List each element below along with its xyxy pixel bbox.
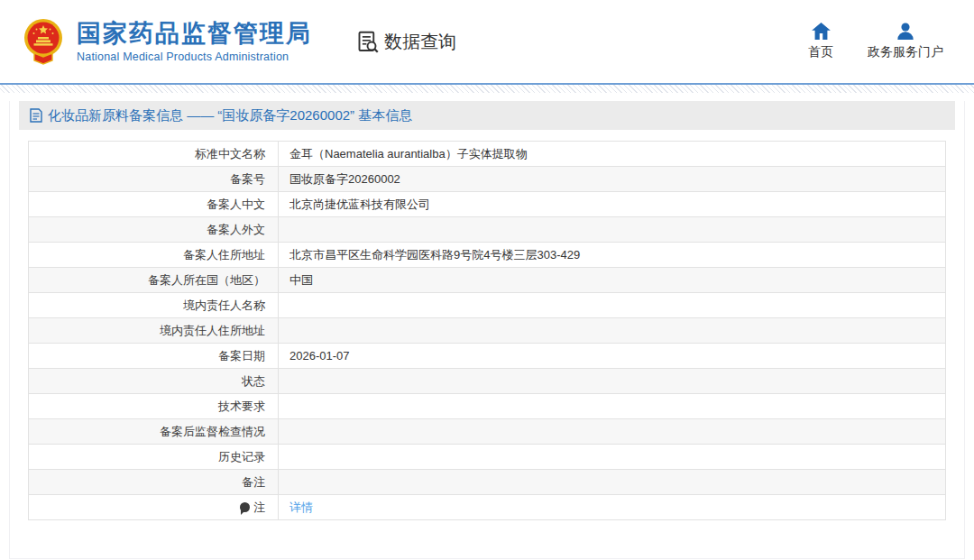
row-value: [279, 293, 946, 318]
row-label: 备注: [29, 470, 279, 495]
row-value: [279, 419, 946, 445]
row-label: 境内责任人名称: [29, 293, 279, 318]
row-label: 备案人中文: [29, 192, 279, 217]
table-row: 备案日期2026-01-07: [29, 344, 946, 369]
table-row: 技术要求: [29, 394, 946, 419]
table-row: 备案人住所地址北京市昌平区生命科学园医科路9号院4号楼三层303-429: [29, 243, 946, 268]
brand-block: 国家药品监督管理局 National Medical Products Admi…: [77, 20, 312, 63]
row-value: [279, 217, 946, 243]
info-table-body: 标准中文名称金耳（Naematelia aurantialba）子实体提取物备案…: [29, 142, 946, 520]
row-label: 备案日期: [29, 344, 279, 369]
table-row: 备案人中文北京尚捷优蓝科技有限公司: [29, 192, 946, 217]
nav-home-label: 首页: [808, 44, 833, 60]
row-label: 备案人住所地址: [29, 243, 279, 268]
note-balloon-icon: [240, 502, 250, 512]
row-label: 境内责任人住所地址: [29, 318, 279, 344]
row-value: [279, 445, 946, 470]
table-row: 状态: [29, 369, 946, 394]
row-value: 国妆原备字20260002: [279, 167, 946, 192]
nav-home[interactable]: 首页: [808, 23, 833, 60]
table-row: 备案号国妆原备字20260002: [29, 167, 946, 192]
data-query-icon: [355, 30, 380, 54]
page-title: 化妆品新原料备案信息 —— “国妆原备字20260002” 基本信息: [48, 107, 412, 124]
document-icon: [30, 108, 42, 123]
content-panel: 化妆品新原料备案信息 —— “国妆原备字20260002” 基本信息 标准中文名…: [9, 101, 965, 559]
row-label: 注: [29, 495, 279, 520]
page-title-bar: 化妆品新原料备案信息 —— “国妆原备字20260002” 基本信息: [19, 101, 955, 130]
row-value: [279, 470, 946, 495]
table-row: 历史记录: [29, 445, 946, 470]
row-label: 标准中文名称: [29, 142, 279, 167]
header-nav: 首页 政务服务门户: [808, 23, 943, 60]
row-value: 中国: [279, 268, 946, 293]
table-row: 境内责任人住所地址: [29, 318, 946, 344]
table-row: 注详情: [29, 495, 946, 520]
row-value: 2026-01-07: [279, 344, 946, 369]
row-label: 备案号: [29, 167, 279, 192]
national-emblem-logo: [22, 17, 65, 66]
row-value: 北京尚捷优蓝科技有限公司: [279, 192, 946, 217]
data-query-label: 数据查询: [384, 30, 456, 54]
row-value: 详情: [279, 495, 946, 520]
table-row: 备案人外文: [29, 217, 946, 243]
brand-title-cn: 国家药品监督管理局: [77, 20, 312, 48]
row-value: [279, 318, 946, 344]
table-row: 标准中文名称金耳（Naematelia aurantialba）子实体提取物: [29, 142, 946, 167]
hatched-stripe-band: [0, 85, 974, 93]
row-label: 备案人外文: [29, 217, 279, 243]
row-label: 备案后监督检查情况: [29, 419, 279, 445]
row-label: 状态: [29, 369, 279, 394]
data-query-section[interactable]: 数据查询: [355, 30, 456, 54]
table-row: 备案人所在国（地区）中国: [29, 268, 946, 293]
row-value: 北京市昌平区生命科学园医科路9号院4号楼三层303-429: [279, 243, 946, 268]
table-row: 境内责任人名称: [29, 293, 946, 318]
table-row: 备案后监督检查情况: [29, 419, 946, 445]
details-link[interactable]: 详情: [289, 500, 313, 514]
home-icon: [812, 23, 831, 40]
nav-gov-portal[interactable]: 政务服务门户: [868, 23, 943, 60]
brand-title-en: National Medical Products Administration: [77, 50, 312, 63]
row-value: 金耳（Naematelia aurantialba）子实体提取物: [279, 142, 946, 167]
nav-gov-portal-label: 政务服务门户: [868, 44, 943, 60]
user-icon: [896, 23, 914, 40]
row-value: [279, 394, 946, 419]
site-header: 国家药品监督管理局 National Medical Products Admi…: [0, 0, 974, 83]
table-row: 备注: [29, 470, 946, 495]
info-table-wrap: 标准中文名称金耳（Naematelia aurantialba）子实体提取物备案…: [28, 141, 946, 520]
info-table: 标准中文名称金耳（Naematelia aurantialba）子实体提取物备案…: [28, 141, 946, 520]
row-label: 备案人所在国（地区）: [29, 268, 279, 293]
row-label: 技术要求: [29, 394, 279, 419]
row-label: 历史记录: [29, 445, 279, 470]
row-value: [279, 369, 946, 394]
